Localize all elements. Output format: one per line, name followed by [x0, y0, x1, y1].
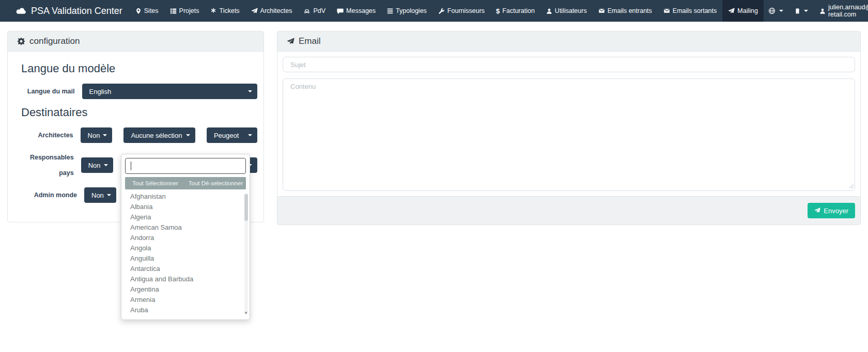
recipients-section-heading: Destinataires: [21, 106, 257, 119]
admin-enable-select[interactable]: Non: [84, 187, 116, 203]
nav-item-emails-sortants[interactable]: Emails sortants: [658, 0, 722, 22]
envelope-icon: [663, 8, 670, 14]
nav-item-label: Fournisseurs: [447, 7, 485, 14]
scrollbar-track[interactable]: ▼: [244, 193, 248, 314]
dollar-icon: $: [496, 8, 500, 14]
email-panel-footer: Envoyer: [277, 196, 860, 225]
language-select-value: English: [89, 88, 112, 95]
select-all-button[interactable]: Tout Sélectionner: [125, 177, 185, 189]
country-option[interactable]: American Samoa: [121, 222, 242, 233]
nav-item-facturation[interactable]: $ Facturation: [490, 0, 540, 22]
scrollbar-thumb[interactable]: [244, 194, 248, 221]
paper-plane-icon: [814, 207, 820, 214]
nav-item-label: Emails entrants: [608, 7, 652, 14]
send-button-label: Envoyer: [824, 207, 848, 215]
asterisk-icon: [210, 8, 216, 14]
nav-item-label: PdV: [313, 7, 326, 14]
country-option[interactable]: Albania: [121, 202, 242, 212]
user-icon: [819, 8, 826, 14]
text-cursor: [131, 162, 131, 170]
nav-item-tickets[interactable]: Tickets: [205, 0, 245, 22]
row-label: Architectes: [14, 127, 81, 143]
nav-items: Sites Projets Tickets Architectes PdV Me…: [130, 0, 764, 22]
architectes-brand-select[interactable]: Peugeot: [207, 127, 257, 143]
gear-icon: [17, 37, 25, 45]
country-option[interactable]: Angola: [121, 243, 242, 253]
nav-item-typologies[interactable]: Typologies: [381, 0, 432, 22]
language-select[interactable]: English: [82, 84, 257, 99]
list-icon: [170, 8, 177, 14]
configuration-panel-title: configuration: [29, 36, 80, 46]
brand[interactable]: PSA Validation Center: [0, 0, 130, 22]
nav-item-mailing[interactable]: Mailing: [722, 0, 764, 22]
country-option[interactable]: Antigua and Barbuda: [121, 274, 242, 284]
architectes-enable-select[interactable]: Non: [81, 127, 113, 143]
nav-item-pdv[interactable]: PdV: [298, 0, 331, 22]
nav-item-messages[interactable]: Messages: [331, 0, 381, 22]
user-icon: [546, 8, 552, 14]
country-option[interactable]: Antarctica: [121, 264, 242, 274]
nav-item-emails-entrants[interactable]: Emails entrants: [593, 0, 658, 22]
language-label: Langue du mail: [14, 84, 82, 99]
map-marker-icon: [135, 8, 142, 14]
user-email: julien.arnaud@sib-retail.com: [828, 4, 868, 18]
responsables-enable-select[interactable]: Non: [81, 157, 113, 173]
country-option[interactable]: Armenia: [121, 295, 242, 305]
select-value: Non: [88, 162, 101, 169]
deselect-all-button[interactable]: Tout Dé-selectionner: [185, 177, 246, 189]
country-option[interactable]: Andorra: [121, 233, 242, 243]
language-menu[interactable]: [764, 7, 788, 14]
navbar: PSA Validation Center Sites Projets Tick…: [0, 0, 868, 22]
nav-item-projets[interactable]: Projets: [164, 0, 205, 22]
select-value: Non: [91, 191, 104, 199]
cloud-icon: [16, 7, 26, 15]
row-label: Admin monde: [14, 187, 84, 203]
paper-plane-icon: [251, 8, 258, 14]
email-panel-header: Email: [277, 31, 860, 52]
caret-down-icon: [103, 134, 107, 136]
nav-item-label: Messages: [346, 7, 376, 14]
paper-plane-icon: [728, 8, 735, 14]
country-option[interactable]: Afghanistan: [121, 191, 242, 202]
page: PSA Validation Center Sites Projets Tick…: [0, 0, 868, 352]
nav-item-sites[interactable]: Sites: [130, 0, 164, 22]
caret-down-icon: [248, 90, 252, 92]
caret-down-icon: [104, 164, 108, 166]
nav-item-label: Typologies: [396, 7, 427, 14]
architectes-selection-select[interactable]: Aucune sélection: [123, 127, 195, 143]
language-section-heading: Langue du modèle: [21, 62, 257, 75]
nav-item-label: Architectes: [260, 7, 292, 14]
country-option[interactable]: Algeria: [121, 212, 242, 222]
country-list: Afghanistan Albania Algeria American Sam…: [121, 191, 250, 315]
nav-item-fournisseurs[interactable]: Fournisseurs: [432, 0, 490, 22]
country-option[interactable]: Aruba: [121, 305, 242, 315]
recipients-row-architectes: Architectes Non Aucune sélection Peugeot: [14, 127, 257, 143]
country-option[interactable]: Anguilla: [121, 253, 242, 264]
nav-item-label: Projets: [179, 7, 199, 14]
device-menu[interactable]: [790, 7, 813, 15]
email-panel-title: Email: [299, 36, 321, 46]
caret-down-icon: [248, 134, 252, 136]
globe-icon: [768, 7, 776, 14]
select-value: Non: [88, 132, 100, 139]
nav-item-architectes[interactable]: Architectes: [245, 0, 298, 22]
content: configuration Langue du modèle Langue du…: [0, 22, 868, 352]
row-label: Responsables pays: [14, 150, 81, 181]
country-search-input[interactable]: [125, 158, 246, 174]
country-option[interactable]: Argentina: [121, 284, 242, 295]
select-value: Aucune sélection: [131, 132, 182, 139]
paper-plane-icon: [287, 38, 295, 45]
mobile-icon: [795, 7, 800, 15]
nav-item-label: Emails sortants: [673, 7, 717, 14]
dropdown-actions: Tout Sélectionner Tout Dé-selectionner: [125, 177, 246, 189]
caret-down-icon: [107, 194, 111, 196]
nav-item-utilisateurs[interactable]: Utilisateurs: [540, 0, 593, 22]
send-button[interactable]: Envoyer: [808, 203, 855, 218]
content-textarea-wrap: [283, 78, 855, 191]
subject-input[interactable]: [283, 57, 855, 72]
caret-down-icon: [186, 134, 190, 136]
content-textarea[interactable]: [283, 78, 855, 191]
nav-item-label: Utilisateurs: [555, 7, 587, 14]
scroll-down-arrow-icon[interactable]: ▼: [244, 311, 248, 315]
user-menu[interactable]: julien.arnaud@sib-retail.com: [815, 4, 868, 18]
